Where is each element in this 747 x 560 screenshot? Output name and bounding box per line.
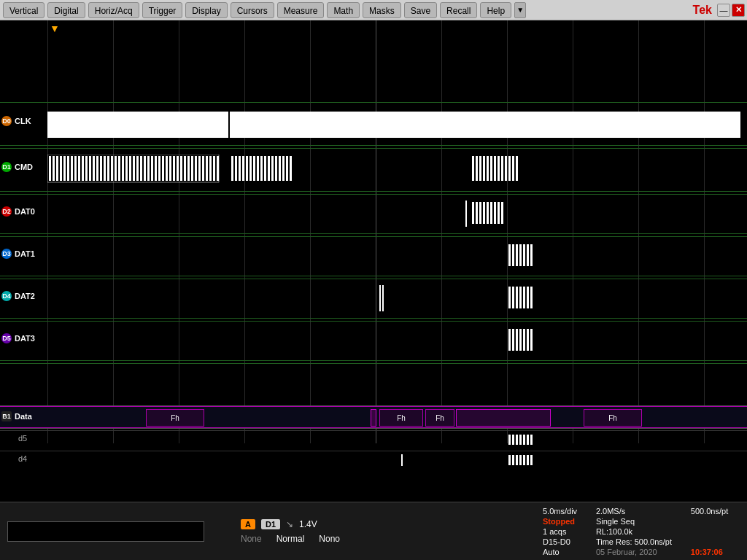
svg-rect-30 — [155, 156, 157, 181]
measure-menu[interactable]: Measure — [277, 2, 325, 18]
menu-dropdown[interactable]: ▼ — [514, 2, 526, 18]
channel-row-dat1: D3 DAT1 — [0, 236, 747, 276]
d4-indicator: D4 — [1, 291, 12, 301]
close-button[interactable]: ✕ — [732, 4, 745, 17]
sub-d4-label: d4 — [18, 454, 27, 463]
svg-rect-118 — [519, 455, 522, 465]
svg-rect-48 — [231, 156, 233, 181]
svg-rect-86 — [501, 202, 503, 224]
svg-rect-89 — [516, 244, 518, 266]
clk-wave-high2 — [230, 112, 740, 138]
trigger-menu[interactable]: Trigger — [142, 2, 183, 18]
clk-wave-high — [47, 112, 228, 138]
masks-menu[interactable]: Masks — [363, 2, 401, 18]
cursors-menu[interactable]: Cursors — [231, 2, 274, 18]
svg-rect-25 — [136, 156, 139, 181]
save-menu[interactable]: Save — [404, 2, 437, 18]
dat2-label: DAT2 — [15, 292, 35, 300]
bus-decode-trans — [371, 409, 376, 427]
svg-rect-32 — [162, 156, 164, 181]
d5-wave — [507, 434, 565, 447]
digital-menu[interactable]: Digital — [47, 2, 85, 18]
svg-rect-41 — [195, 156, 197, 181]
svg-rect-111 — [519, 435, 522, 445]
svg-rect-58 — [268, 156, 270, 181]
svg-rect-79 — [476, 202, 478, 224]
svg-rect-92 — [527, 244, 529, 266]
vertical-menu[interactable]: Vertical — [3, 2, 44, 18]
left-status-area — [0, 502, 233, 560]
svg-rect-113 — [527, 435, 529, 445]
svg-rect-15 — [100, 156, 102, 181]
minimize-button[interactable]: — — [717, 4, 730, 17]
display-menu[interactable]: Display — [185, 2, 227, 18]
command-input[interactable] — [7, 521, 204, 542]
dat0-wave — [471, 201, 558, 227]
trigger-marker: ▼ — [50, 23, 60, 34]
svg-rect-116 — [512, 455, 514, 465]
svg-rect-49 — [235, 156, 237, 181]
svg-rect-63 — [286, 156, 288, 181]
math-menu[interactable]: Math — [327, 2, 360, 18]
d4-wave — [507, 454, 565, 467]
d0-indicator: D0 — [1, 116, 12, 126]
points-value: 500.0ns/pt — [691, 507, 740, 516]
waveform-area: ▼ D0 CLK D1 CMD — [0, 20, 747, 443]
svg-rect-50 — [239, 156, 241, 181]
bus-decode-1: Fh — [146, 409, 204, 427]
svg-rect-106 — [527, 329, 529, 351]
trigger-source-badge: A — [241, 519, 255, 529]
recall-menu[interactable]: Recall — [440, 2, 477, 18]
svg-rect-16 — [104, 156, 106, 181]
clk-label: CLK — [15, 117, 31, 125]
svg-rect-68 — [483, 156, 485, 181]
statusbar: A D1 ↘ 1.4V None Normal Nono 5.0ms/div 2… — [0, 502, 747, 560]
svg-rect-31 — [158, 156, 160, 181]
dat2-spike2 — [382, 285, 384, 311]
right-status-area: 5.0ms/div 2.0MS/s 500.0ns/pt Stopped Sin… — [535, 502, 747, 560]
coupling-label: None — [241, 534, 262, 544]
svg-rect-83 — [490, 202, 492, 224]
svg-rect-38 — [184, 156, 186, 181]
svg-rect-27 — [144, 156, 146, 181]
svg-rect-78 — [472, 202, 474, 224]
menubar: Vertical Digital Horiz/Acq Trigger Displ… — [0, 0, 747, 20]
svg-rect-26 — [140, 156, 142, 181]
bus-decode-2: Fh — [379, 409, 423, 427]
svg-rect-59 — [271, 156, 274, 181]
tek-logo: Tek — [693, 4, 712, 17]
svg-rect-2 — [53, 156, 55, 181]
svg-rect-107 — [530, 329, 533, 351]
svg-rect-8 — [74, 156, 77, 181]
svg-rect-80 — [479, 202, 481, 224]
svg-rect-23 — [129, 156, 131, 181]
svg-rect-90 — [519, 244, 522, 266]
dat0-spike — [465, 201, 467, 227]
d2-indicator: D2 — [1, 206, 12, 217]
bus-decode-4: Fh — [584, 409, 642, 427]
sub-row-d4: d4 — [0, 451, 747, 469]
b1-indicator: B1 — [1, 411, 12, 421]
svg-rect-39 — [187, 156, 190, 181]
date-value: 05 Februar, 2020 — [596, 548, 684, 556]
bus-bottom-line — [0, 427, 747, 428]
svg-rect-109 — [512, 435, 514, 445]
svg-rect-5 — [63, 156, 66, 181]
svg-rect-84 — [494, 202, 496, 224]
help-menu[interactable]: Help — [480, 2, 511, 18]
svg-rect-97 — [519, 287, 522, 308]
sample-rate-value: 2.0MS/s — [596, 507, 684, 516]
svg-rect-121 — [530, 455, 533, 465]
svg-rect-12 — [89, 156, 91, 181]
svg-rect-114 — [530, 435, 533, 445]
svg-rect-19 — [115, 156, 117, 181]
horizacq-menu[interactable]: Horiz/Acq — [88, 2, 139, 18]
svg-rect-94 — [508, 287, 511, 308]
svg-rect-96 — [516, 287, 518, 308]
cmd-label: CMD — [15, 163, 33, 171]
empty-channel — [0, 363, 747, 403]
svg-rect-66 — [476, 156, 478, 181]
dat0-label: DAT0 — [15, 207, 35, 216]
d4-spike — [401, 454, 403, 466]
svg-rect-75 — [508, 156, 511, 181]
